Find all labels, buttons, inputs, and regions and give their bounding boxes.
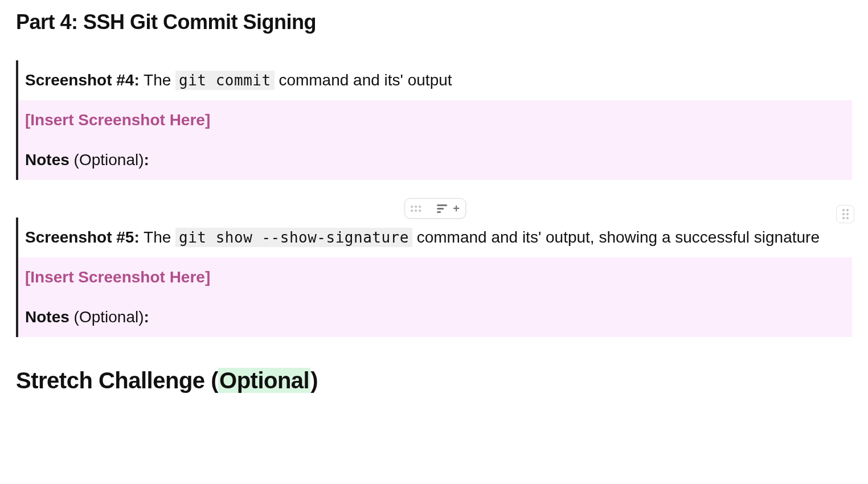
screenshot-4-notes-row[interactable]: Notes (Optional):	[18, 140, 852, 180]
screenshot-4-placeholder-row[interactable]: [Insert Screenshot Here]	[18, 100, 852, 140]
notes-optional-text: (Optional)	[69, 151, 144, 169]
add-block-button[interactable]: +	[453, 203, 460, 214]
filter-lines-icon	[437, 204, 447, 212]
notes-colon: :	[144, 308, 149, 326]
notes-label: Notes	[25, 308, 69, 326]
screenshot-4-description[interactable]: Screenshot #4: The git commit command an…	[18, 60, 852, 100]
drag-handle-icon	[842, 209, 849, 219]
screenshot-5-description[interactable]: Screenshot #5: The git show --show-signa…	[18, 218, 852, 257]
notes-optional-text: (Optional)	[69, 308, 144, 326]
side-drag-handle[interactable]	[836, 205, 854, 223]
filter-button[interactable]	[437, 204, 447, 212]
screenshot-5-placeholder-row[interactable]: [Insert Screenshot Here]	[18, 257, 852, 297]
screenshot-5-text-before: The	[140, 228, 175, 246]
section-heading-part4: Part 4: SSH Git Commit Signing	[16, 7, 852, 38]
screenshot-4-text-before: The	[140, 71, 175, 89]
stretch-text-after: )	[310, 368, 318, 393]
insert-screenshot-placeholder: [Insert Screenshot Here]	[25, 111, 210, 129]
section-heading-stretch: Stretch Challenge (Optional)	[16, 363, 852, 397]
callout-block-screenshot-4: Screenshot #4: The git commit command an…	[16, 60, 852, 180]
drag-handle[interactable]	[411, 206, 421, 212]
callout-block-screenshot-5: + Screenshot #5: The git show --show-sig…	[16, 218, 852, 337]
stretch-text-before: Stretch Challenge (	[16, 368, 218, 393]
screenshot-4-code: git commit	[175, 71, 275, 90]
screenshot-5-label: Screenshot #5:	[25, 228, 140, 246]
block-toolbar: +	[404, 198, 466, 219]
notes-colon: :	[144, 151, 149, 169]
drag-handle-icon	[411, 206, 421, 212]
screenshot-5-code: git show --show-signature	[175, 228, 412, 247]
screenshot-4-label: Screenshot #4:	[25, 71, 140, 89]
screenshot-4-text-after: command and its' output	[275, 71, 452, 89]
insert-screenshot-placeholder: [Insert Screenshot Here]	[25, 268, 210, 286]
stretch-optional-highlight: Optional	[218, 368, 310, 393]
screenshot-5-notes-row[interactable]: Notes (Optional):	[18, 297, 852, 337]
notes-label: Notes	[25, 151, 69, 169]
screenshot-5-text-after: command and its' output, showing a succe…	[412, 228, 820, 246]
